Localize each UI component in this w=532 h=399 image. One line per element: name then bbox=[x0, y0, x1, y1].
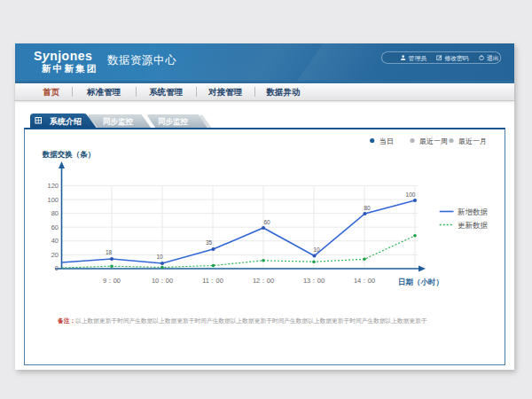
svg-text:同步监控: 同步监控 bbox=[158, 117, 189, 126]
svg-text:40: 40 bbox=[51, 237, 59, 245]
svg-text:14：00: 14：00 bbox=[354, 277, 375, 285]
svg-text:数据交换（条）: 数据交换（条） bbox=[42, 150, 95, 159]
svg-text:60: 60 bbox=[51, 223, 59, 231]
svg-text:10: 10 bbox=[313, 246, 320, 253]
svg-text:当日: 当日 bbox=[379, 137, 394, 145]
svg-text:100: 100 bbox=[47, 195, 59, 203]
svg-text:9：00: 9：00 bbox=[103, 277, 121, 285]
svg-text:80: 80 bbox=[51, 209, 59, 217]
svg-text:12：00: 12：00 bbox=[253, 277, 274, 285]
svg-text:0: 0 bbox=[55, 263, 59, 271]
svg-text:同步监控: 同步监控 bbox=[103, 117, 134, 126]
svg-text:80: 80 bbox=[364, 204, 371, 210]
svg-text:系统介绍: 系统介绍 bbox=[49, 117, 82, 126]
svg-text:35: 35 bbox=[206, 239, 213, 246]
svg-text:10：00: 10：00 bbox=[152, 277, 173, 285]
svg-text:日期（小时）: 日期（小时） bbox=[398, 278, 443, 286]
svg-text:新增数据: 新增数据 bbox=[458, 207, 489, 215]
svg-text:更新数据: 更新数据 bbox=[458, 220, 489, 229]
svg-text:20: 20 bbox=[51, 250, 59, 258]
svg-text:100: 100 bbox=[406, 191, 416, 197]
svg-text:最近一月: 最近一月 bbox=[458, 137, 487, 145]
svg-text:120: 120 bbox=[47, 181, 59, 189]
svg-text:13：00: 13：00 bbox=[303, 277, 325, 285]
svg-text:11：00: 11：00 bbox=[202, 277, 223, 285]
svg-text:最近一周: 最近一周 bbox=[419, 137, 448, 145]
svg-text:18: 18 bbox=[106, 249, 113, 255]
svg-text:10: 10 bbox=[156, 254, 163, 260]
svg-text:60: 60 bbox=[263, 219, 270, 225]
